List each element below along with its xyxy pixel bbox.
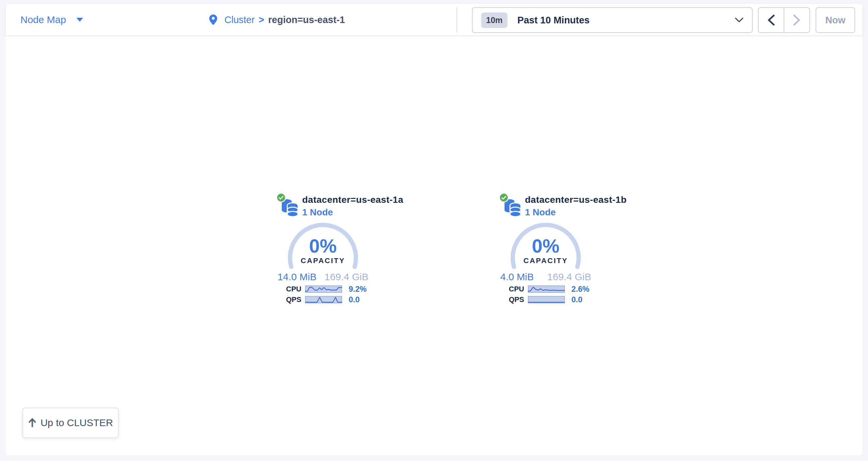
locality-header: datacenter=us-east-1a 1 Node — [277, 193, 369, 218]
capacity-used: 14.0 MiB — [277, 271, 316, 283]
qps-label: QPS — [509, 295, 525, 304]
chevron-right-icon — [793, 14, 801, 26]
cpu-value: 2.6% — [571, 285, 590, 294]
capacity-gauge: 0% CAPACITY — [509, 222, 582, 269]
time-step-controls — [758, 7, 810, 33]
locality-node-count: 1 Node — [525, 207, 627, 218]
cpu-value: 9.2% — [349, 285, 367, 294]
capacity-label: CAPACITY — [509, 257, 582, 265]
qps-value: 0.0 — [349, 295, 360, 304]
location-pin-icon — [209, 14, 217, 25]
capacity-values: 4.0 MiB 169.4 GiB — [500, 271, 592, 283]
cpu-sparkline — [305, 286, 342, 293]
locality-titles: datacenter=us-east-1b 1 Node — [525, 195, 627, 218]
database-stack-icon — [503, 197, 522, 217]
locality-title: datacenter=us-east-1b — [525, 195, 627, 205]
capacity-label: CAPACITY — [287, 257, 359, 265]
qps-stat-row: QPS 0.0 — [509, 296, 592, 304]
caret-down-icon — [76, 18, 83, 22]
cpu-label: CPU — [286, 285, 302, 293]
time-range-dropdown[interactable]: 10m Past 10 Minutes — [472, 7, 753, 33]
up-to-cluster-label: Up to CLUSTER — [40, 417, 113, 428]
locality-header: datacenter=us-east-1b 1 Node — [500, 193, 592, 218]
time-range-label: Past 10 Minutes — [517, 15, 590, 26]
locality-titles: datacenter=us-east-1a 1 Node — [302, 195, 403, 218]
qps-label: QPS — [286, 295, 302, 304]
header-bar: Node Map Cluster > region=us-east-1 10m … — [6, 4, 862, 36]
capacity-percentage: 0% — [287, 235, 359, 257]
qps-sparkline — [528, 296, 565, 303]
capacity-values: 14.0 MiB 169.4 GiB — [277, 271, 369, 283]
chevron-down-icon — [735, 18, 743, 23]
chevron-left-icon — [768, 14, 775, 26]
cpu-stat-row: CPU 2.6% — [509, 285, 592, 293]
capacity-percentage: 0% — [509, 235, 582, 257]
step-back-button[interactable] — [758, 8, 784, 32]
now-button[interactable]: Now — [816, 7, 855, 33]
view-selector-dropdown[interactable]: Node Map — [21, 4, 83, 36]
up-to-cluster-button[interactable]: Up to CLUSTER — [23, 408, 119, 438]
time-range-badge: 10m — [481, 12, 507, 28]
qps-sparkline — [305, 296, 342, 303]
header-divider — [457, 7, 457, 32]
breadcrumb-separator: > — [259, 14, 264, 25]
view-selector-label: Node Map — [21, 14, 66, 25]
cpu-stat-row: CPU 9.2% — [286, 285, 369, 293]
database-stack-icon — [280, 197, 299, 217]
arrow-up-icon — [28, 418, 37, 428]
locality-node-count: 1 Node — [302, 207, 403, 218]
capacity-total: 169.4 GiB — [324, 271, 368, 283]
breadcrumb: Cluster > region=us-east-1 — [209, 4, 345, 36]
locality-card[interactable]: datacenter=us-east-1a 1 Node 0% CAPACITY… — [277, 193, 369, 304]
status-ok-icon — [499, 193, 509, 202]
breadcrumb-cluster-link[interactable]: Cluster — [224, 14, 255, 25]
capacity-gauge: 0% CAPACITY — [287, 222, 359, 269]
capacity-used: 4.0 MiB — [500, 271, 534, 283]
qps-value: 0.0 — [571, 295, 582, 304]
cpu-label: CPU — [509, 285, 525, 293]
status-ok-icon — [276, 193, 286, 202]
locality-title: datacenter=us-east-1a — [302, 195, 403, 205]
capacity-total: 169.4 GiB — [547, 271, 591, 283]
step-forward-button[interactable] — [784, 8, 809, 32]
qps-stat-row: QPS 0.0 — [286, 296, 369, 304]
cpu-sparkline — [528, 286, 565, 293]
locality-card[interactable]: datacenter=us-east-1b 1 Node 0% CAPACITY… — [500, 193, 592, 304]
node-map-panel: Node Map Cluster > region=us-east-1 10m … — [6, 4, 862, 455]
breadcrumb-current: region=us-east-1 — [268, 14, 345, 25]
